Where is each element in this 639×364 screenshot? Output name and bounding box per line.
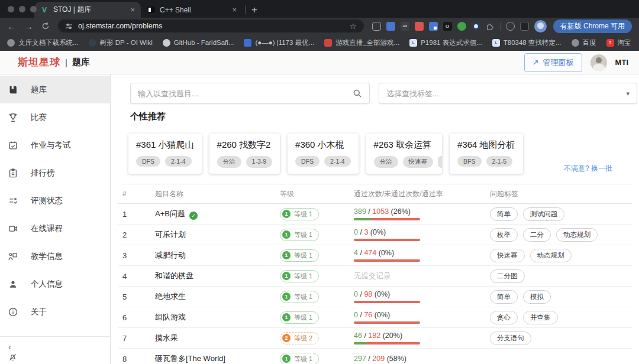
user-avatar[interactable]	[590, 54, 607, 71]
extension-icon-4[interactable]	[415, 22, 424, 31]
bookmark-item[interactable]: LP1981 表达式求值...	[409, 38, 482, 47]
arrow-ne-icon: ↗	[532, 58, 539, 67]
table-row[interactable]: 2 可乐计划 1等级 1 0 / 3 (0%) 枚举 二分 动态规划	[118, 225, 632, 245]
chevron-down-icon[interactable]: ▾	[626, 90, 630, 98]
pass-stats: 0 / 3 (0%)	[354, 228, 490, 241]
sidebar-item-online-courses[interactable]: 在线课程	[0, 214, 110, 242]
refresh-recommendations-link[interactable]: 不满意? 换一批	[564, 164, 612, 174]
bookmark-item[interactable]: 百度	[572, 38, 596, 47]
recommend-card[interactable]: #263 取余运算 分治 快速幂	[366, 134, 443, 174]
sidebar-item-ranking[interactable]: 排行榜	[0, 159, 110, 187]
tag-pill[interactable]: 枚举	[490, 228, 518, 242]
problem-title[interactable]: 摸水果	[155, 333, 178, 342]
extension-icon-6[interactable]: O	[443, 22, 452, 31]
forward-icon[interactable]: →	[24, 22, 33, 31]
table-row[interactable]: 8 砸瓦鲁多[The World] 1等级 1 297 / 209 (58%)	[118, 349, 632, 364]
bookmark-item[interactable]: 文库文档下载系统...	[7, 38, 79, 47]
card-tag: 2-1-4	[165, 156, 192, 167]
tab-close-icon[interactable]: ×	[130, 5, 135, 14]
bell-off-icon[interactable]	[8, 353, 110, 362]
tag-pill[interactable]: 快速幂	[490, 249, 525, 262]
recommend-title: 个性推荐	[130, 111, 166, 122]
refresh-icon[interactable]	[41, 22, 50, 30]
extension-icon-8[interactable]	[472, 22, 480, 31]
tag-pill[interactable]: 并查集	[523, 311, 558, 324]
side-panel-icon[interactable]	[520, 22, 529, 31]
table-row[interactable]: 6 组队游戏 1等级 1 0 / 76 (0%) 贪心 并查集	[118, 307, 632, 328]
tab-close-icon[interactable]: ×	[232, 5, 237, 14]
window-maximize-button[interactable]	[30, 6, 37, 12]
bookmark-item[interactable]: GitHub - FaridSafi...	[163, 39, 234, 47]
window-minimize-button[interactable]	[19, 6, 25, 12]
collapse-sidebar-icon[interactable]: ‹	[8, 341, 110, 353]
extensions-puzzle-icon[interactable]	[486, 22, 495, 31]
bookmark-item[interactable]: T淘宝	[606, 38, 631, 47]
problem-search-input[interactable]	[138, 89, 353, 98]
extension-icon-5[interactable]	[429, 22, 438, 31]
problem-tags: 简单 测试问题	[490, 207, 632, 221]
tag-pill[interactable]: 二分图	[490, 269, 525, 283]
problem-title[interactable]: 可乐计划	[155, 230, 186, 239]
address-bar[interactable]: oj.stemstar.com/problems ☆	[58, 20, 364, 32]
back-icon[interactable]: ←	[7, 22, 16, 31]
problem-number: 6	[122, 313, 155, 322]
new-tab-button[interactable]: +	[251, 4, 257, 16]
tag-pill[interactable]: 简单	[490, 207, 518, 221]
tag-pill[interactable]: 二分	[523, 228, 551, 242]
window-close-button[interactable]	[8, 6, 14, 12]
tag-pill[interactable]: 动态规划	[530, 249, 572, 262]
table-row[interactable]: 3 减肥行动 1等级 1 4 / 474 (0%) 快速幂 动态规划	[118, 245, 632, 266]
extension-icon-2[interactable]	[386, 22, 395, 31]
problem-title[interactable]: 组队游戏	[155, 313, 186, 321]
table-row[interactable]: 4 和谐的棋盘 1等级 1 无提交记录 二分图	[118, 266, 632, 287]
problem-title[interactable]: 绝地求生	[155, 292, 186, 301]
recommend-card[interactable]: #260 找数字2 分治 1-3-9	[209, 134, 280, 174]
browser-tab-cpp-shell[interactable]: C++ Shell ×	[141, 2, 243, 18]
problem-title[interactable]: A+B问题	[155, 209, 185, 218]
chrome-update-chip[interactable]: 有新版 Chrome 可用	[553, 20, 632, 33]
card-tag: 分治	[217, 156, 241, 168]
bookmark-item[interactable]: (●—●) |1173 最优...	[244, 38, 314, 47]
extension-icon-3[interactable]: od	[401, 22, 409, 31]
recommend-card[interactable]: #361 小猫爬山 DFS 2-1-4	[128, 134, 202, 174]
brand-logo[interactable]: 斯坦星球	[18, 56, 60, 69]
tag-pill[interactable]: 贪心	[490, 311, 518, 324]
browser-profile-avatar[interactable]	[534, 20, 547, 32]
sidebar-item-contests[interactable]: 比赛	[0, 103, 110, 131]
sidebar-item-profile[interactable]: 个人信息	[0, 270, 110, 298]
problem-title[interactable]: 砸瓦鲁多[The World]	[155, 354, 225, 363]
problem-title[interactable]: 减肥行动	[155, 251, 186, 259]
problem-title[interactable]: 和谐的棋盘	[155, 271, 193, 280]
bookmark-item[interactable]: 树形 DP - OI Wiki	[89, 38, 153, 47]
pass-stats: 297 / 209 (58%)	[354, 355, 490, 363]
tag-pill[interactable]: 动态规划	[556, 228, 598, 242]
admin-panel-button[interactable]: ↗ 管理面板	[524, 53, 582, 72]
extension-icon-1[interactable]	[372, 22, 381, 31]
recommend-card[interactable]: #364 地图分析 BFS 2-1-5	[450, 134, 523, 174]
sidebar-item-judge-status[interactable]: 评测状态	[0, 187, 110, 214]
recommend-card[interactable]: #360 小木棍 DFS 2-1-4	[288, 134, 359, 174]
extension-icon-7[interactable]	[457, 22, 466, 31]
extension-icon-9[interactable]	[506, 22, 515, 31]
card-tag: DFS	[136, 156, 160, 167]
bookmark-star-icon[interactable]: ☆	[350, 22, 357, 31]
table-row[interactable]: 7 摸水果 2等级 2 46 / 182 (20%) 分支语句	[118, 328, 632, 349]
problem-tags: 分支语句	[490, 332, 632, 345]
site-settings-icon[interactable]	[65, 22, 73, 30]
tag-pill[interactable]: 模拟	[523, 290, 551, 304]
pass-rate-bar	[354, 239, 420, 241]
sidebar-item-homework[interactable]: 作业与考试	[0, 131, 110, 159]
bookmark-item[interactable]: LT80348 查找特定...	[492, 38, 561, 47]
tag-select-input[interactable]	[386, 89, 626, 98]
table-row[interactable]: 1 A+B问题✓ 1等级 1 389 / 1053 (26%) 简单 测试问题	[118, 204, 632, 225]
problem-tags: 简单 模拟	[490, 290, 632, 304]
sidebar-item-teaching-info[interactable]: 教学信息	[0, 242, 110, 270]
tag-pill[interactable]: 简单	[490, 290, 518, 304]
sidebar-item-problems[interactable]: 题库	[0, 76, 110, 103]
browser-tab-stoj[interactable]: V STOJ | 题库 ×	[34, 2, 141, 18]
sidebar-item-about[interactable]: 关于	[0, 298, 110, 326]
table-row[interactable]: 5 绝地求生 1等级 1 0 / 98 (0%) 简单 模拟	[118, 287, 632, 307]
bookmark-item[interactable]: 游戏直播_全部游戏...	[324, 38, 399, 47]
tag-pill[interactable]: 测试问题	[523, 207, 564, 221]
tag-pill[interactable]: 分支语句	[490, 332, 531, 345]
